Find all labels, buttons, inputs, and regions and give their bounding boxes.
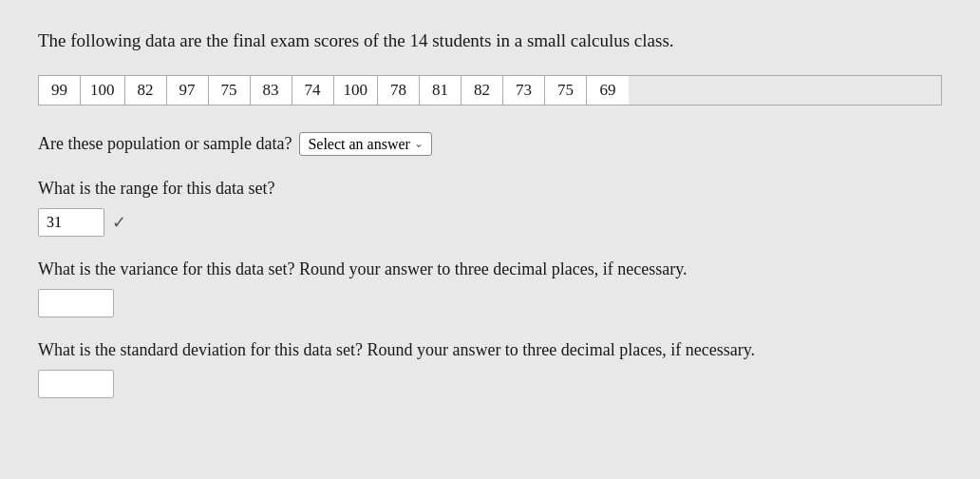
score-cell: 83 [251, 76, 292, 105]
question-range: What is the range for this data set? ✓ [38, 179, 942, 237]
std-deviation-input[interactable] [38, 370, 114, 398]
score-cell: 74 [292, 76, 334, 105]
score-cell: 82 [125, 76, 167, 105]
score-cell: 97 [167, 76, 209, 105]
q2-label: What is the range for this data set? [38, 179, 274, 199]
score-cell: 75 [209, 76, 251, 105]
range-input[interactable] [38, 208, 104, 237]
q1-label: Are these population or sample data? [38, 134, 292, 154]
population-sample-select-wrapper[interactable]: Select an answer population sample ⌄ [299, 132, 432, 156]
score-cell: 99 [39, 76, 81, 105]
scores-table: 99 100 82 97 75 83 74 100 78 81 82 73 75… [38, 75, 942, 105]
score-cell: 82 [462, 76, 503, 105]
score-cell: 69 [587, 76, 629, 105]
score-cell: 81 [420, 76, 462, 105]
chevron-down-icon: ⌄ [414, 137, 424, 151]
variance-input[interactable] [38, 289, 114, 317]
score-cell: 100 [81, 76, 125, 105]
score-cell: 78 [378, 76, 420, 105]
question-std-deviation: What is the standard deviation for this … [38, 340, 942, 398]
intro-text: The following data are the final exam sc… [38, 29, 942, 54]
question-population-sample: Are these population or sample data? Sel… [38, 132, 942, 156]
q3-label: What is the variance for this data set? … [38, 259, 688, 279]
score-cell: 100 [334, 76, 379, 105]
q4-label: What is the standard deviation for this … [38, 340, 755, 360]
range-answer-row: ✓ [38, 208, 942, 237]
question-variance: What is the variance for this data set? … [38, 259, 942, 317]
checkmark-icon: ✓ [112, 212, 126, 233]
score-cell: 73 [503, 76, 545, 105]
population-sample-select[interactable]: Select an answer population sample [308, 136, 410, 152]
score-cell: 75 [545, 76, 587, 105]
